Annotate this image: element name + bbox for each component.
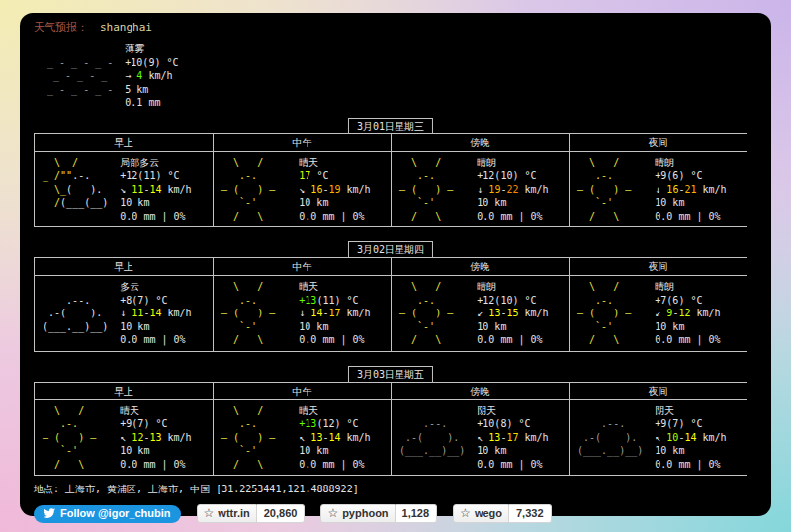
forecast-cell-text: 阴天 .--. +10(8) °C .-( ). ↖ 13-17 km/h (_… xyxy=(394,404,569,472)
page: { "palette": { "sun": "#e9e141", "cloud"… xyxy=(0,0,791,532)
forecast-table: 早上中午傍晚夜间 \ / 局部多云 _ /"".-. +12(11) °C \_… xyxy=(34,133,747,228)
forecast-cell-text: 阴天 .--. +9(7) °C .-( ). ↖ 10-14 km/h (__… xyxy=(571,404,747,472)
forecast-cell: \ / 晴朗 .-. +12(10) °C ― ( ) ― ↙ 13-15 km… xyxy=(391,275,569,351)
github-repo-name: wego xyxy=(475,506,502,520)
forecast-cell-text: \ / 晴朗 .-. +9(6) °C ― ( ) ― ↓ 16-21 km/h… xyxy=(571,156,747,223)
forecast-cell-text: 多云 .--. +8(7) °C .-( ). ↓ 11-14 km/h (__… xyxy=(37,280,213,347)
forecast-cell: \ / 晴天 .-. +13(11) °C ― ( ) ― ↓ 14-17 km… xyxy=(213,275,391,351)
github-star-count: 20,860 xyxy=(257,504,306,523)
column-header: 中午 xyxy=(213,134,391,151)
star-icon: ☆ xyxy=(327,507,338,519)
forecast-cell: \ / 晴天 .-. +13(12) °C ― ( ) ― ↖ 13-14 km… xyxy=(213,399,391,476)
column-header: 中午 xyxy=(213,258,391,275)
forecast-day-3: 3月03日星期五早上中午傍晚夜间 \ / 晴天 .-. +9(7) °C ― (… xyxy=(34,382,747,477)
column-header: 傍晚 xyxy=(391,134,569,151)
current-conditions: 薄雾 _ - _ - _ - +10(9) °C _ - _ - _ → 4 k… xyxy=(42,43,757,110)
forecast-cell: \ / 晴朗 .-. +9(6) °C ― ( ) ― ↓ 16-21 km/h… xyxy=(569,151,747,227)
column-header: 夜间 xyxy=(569,258,747,275)
twitter-follow-button[interactable]: Follow @igor_chubin xyxy=(34,505,181,523)
column-header: 夜间 xyxy=(569,134,747,151)
report-location: shanghai xyxy=(100,21,152,34)
github-star-button-wttrin[interactable]: ☆wttr.in20,860 xyxy=(197,504,306,523)
forecast-day-1: 3月01日星期三早上中午傍晚夜间 \ / 局部多云 _ /"".-. +12(1… xyxy=(34,133,747,228)
forecast-cell-text: \ / 晴朗 .-. +12(10) °C ― ( ) ― ↙ 13-15 km… xyxy=(394,280,569,347)
github-star-count: 7,332 xyxy=(509,504,552,523)
day-title: 3月03日星期五 xyxy=(348,366,433,383)
twitter-follow-label: Follow @igor_chubin xyxy=(60,507,171,520)
day-title: 3月01日星期三 xyxy=(348,118,433,134)
github-repo-name: wttr.in xyxy=(218,506,249,520)
geo-location-line: 地点: 上海市, 黄浦区, 上海市, 中国 [31.2253441,121.48… xyxy=(34,483,757,496)
star-icon: ☆ xyxy=(460,507,471,519)
column-header: 早上 xyxy=(35,134,213,151)
forecast-cell-text: \ / 局部多云 _ /"".-. +12(11) °C \_( ). ↘ 11… xyxy=(37,156,213,223)
github-star-main: ☆pyphoon xyxy=(320,504,395,523)
column-header: 早上 xyxy=(35,383,213,399)
forecast-cell: \ / 晴天 .-. +9(7) °C ― ( ) ― ↖ 12-13 km/h… xyxy=(35,399,213,476)
forecast-cell: \ / 晴朗 .-. +12(10) °C ― ( ) ― ↓ 19-22 km… xyxy=(391,151,569,227)
weather-terminal: 天气预报：shanghai 薄雾 _ - _ - _ - +10(9) °C _… xyxy=(20,13,771,516)
report-header-label: 天气预报： xyxy=(34,21,88,34)
forecast-cell: 阴天 .--. +10(8) °C .-( ). ↖ 13-17 km/h (_… xyxy=(391,399,569,476)
forecast-cell-text: \ / 晴天 .-. +13(12) °C ― ( ) ― ↖ 13-14 km… xyxy=(216,404,391,472)
forecast-cell: \ / 局部多云 _ /"".-. +12(11) °C \_( ). ↘ 11… xyxy=(35,151,213,227)
forecast-cell-text: \ / 晴天 .-. +13(11) °C ― ( ) ― ↓ 14-17 km… xyxy=(216,280,391,347)
github-star-button-pyphoon[interactable]: ☆pyphoon1,128 xyxy=(320,504,437,523)
github-star-button-wego[interactable]: ☆wego7,332 xyxy=(453,504,551,523)
github-star-main: ☆wttr.in xyxy=(197,504,257,523)
forecast-cell: \ / 晴天 .-. 17 °C ― ( ) ― ↘ 16-19 km/h `-… xyxy=(213,151,391,227)
forecast-cell: 阴天 .--. +9(7) °C .-( ). ↖ 10-14 km/h (__… xyxy=(569,399,747,476)
forecast-cell-text: \ / 晴朗 .-. +7(6) °C ― ( ) ― ↙ 9-12 km/h … xyxy=(571,280,747,347)
forecast-cell-text: 薄雾 _ - _ - _ - +10(9) °C _ - _ - _ → 4 k… xyxy=(42,43,757,110)
forecast-day-2: 3月02日星期四早上中午傍晚夜间 多云 .--. +8(7) °C .-( ).… xyxy=(34,257,747,352)
github-repo-name: pyphoon xyxy=(342,506,388,520)
forecast-cell: \ / 晴朗 .-. +7(6) °C ― ( ) ― ↙ 9-12 km/h … xyxy=(569,275,747,351)
report-header: 天气预报：shanghai xyxy=(34,20,757,35)
social-buttons-bar: Follow @igor_chubin ☆wttr.in20,860 ☆pyph… xyxy=(34,504,757,523)
forecast-days: 3月01日星期三早上中午傍晚夜间 \ / 局部多云 _ /"".-. +12(1… xyxy=(34,133,747,477)
column-header: 傍晚 xyxy=(391,383,569,399)
day-title: 3月02日星期四 xyxy=(348,241,433,258)
column-header: 夜间 xyxy=(569,383,747,399)
forecast-table: 早上中午傍晚夜间 \ / 晴天 .-. +9(7) °C ― ( ) ― ↖ 1… xyxy=(34,382,747,477)
forecast-cell-text: \ / 晴朗 .-. +12(10) °C ― ( ) ― ↓ 19-22 km… xyxy=(394,156,569,223)
twitter-bird-icon xyxy=(44,507,55,519)
star-icon: ☆ xyxy=(204,507,215,519)
forecast-cell: 多云 .--. +8(7) °C .-( ). ↓ 11-14 km/h (__… xyxy=(35,275,213,351)
github-star-count: 1,128 xyxy=(396,504,438,523)
column-header: 傍晚 xyxy=(391,258,569,275)
column-header: 早上 xyxy=(35,258,213,275)
forecast-cell-text: \ / 晴天 .-. +9(7) °C ― ( ) ― ↖ 12-13 km/h… xyxy=(37,404,213,472)
github-star-main: ☆wego xyxy=(453,504,509,523)
column-header: 中午 xyxy=(213,383,391,399)
forecast-table: 早上中午傍晚夜间 多云 .--. +8(7) °C .-( ). ↓ 11-14… xyxy=(34,257,747,352)
forecast-cell-text: \ / 晴天 .-. 17 °C ― ( ) ― ↘ 16-19 km/h `-… xyxy=(216,156,391,223)
